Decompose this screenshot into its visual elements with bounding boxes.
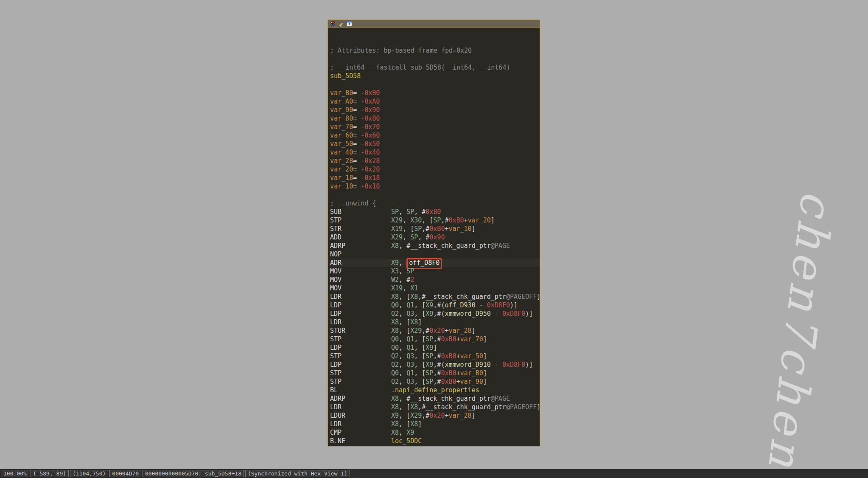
mnemonic: LDP [330, 360, 391, 369]
code-line[interactable]: LDRX8, [X8] [330, 318, 540, 326]
code-line[interactable]: var_70= -0x70 [330, 123, 540, 131]
code-line[interactable]: SUBSP, SP, #0xB0 [330, 208, 540, 216]
operand-token: , [399, 429, 406, 436]
code-line[interactable]: LDRX8, [X8,#__stack_chk_guard_ptr@PAGEOF… [330, 292, 540, 301]
code-line[interactable]: ; __unwind { [330, 199, 540, 208]
operand-token: X8 [410, 420, 418, 428]
operand-token: = [353, 98, 361, 105]
operand-token: , # [399, 276, 410, 284]
operand-token: -0xA0 [361, 98, 380, 105]
mnemonic: LDR [330, 403, 391, 411]
operand-token: @PAGE [491, 242, 510, 250]
code-line[interactable]: MOVX19, X1 [330, 284, 540, 292]
operand-token: 0xB0 [441, 335, 456, 343]
code-line[interactable]: STPQ0, Q1, [SP,#0xB0+var_B0] [330, 369, 540, 377]
code-line[interactable]: BL.napi_define_properties [330, 386, 540, 394]
color-wheel-icon[interactable] [330, 21, 335, 26]
operand-token: X9 [406, 429, 414, 436]
code-line[interactable] [330, 55, 540, 63]
operand-token: Q3 [406, 378, 414, 385]
operand-token: sub_5D58 [330, 72, 361, 80]
code-line[interactable]: var_60= -0x60 [330, 131, 540, 140]
mnemonic: STP [330, 216, 391, 225]
code-line[interactable]: var_B0= -0xB0 [330, 89, 540, 97]
operand-token: X8 [391, 429, 399, 436]
operand-token: ,# [433, 352, 441, 360]
operand-token: , [399, 369, 406, 377]
mnemonic: SUB [330, 208, 391, 216]
code-line[interactable]: STPQ2, Q3, [SP,#0xB0+var_50] [330, 352, 540, 360]
operand-token: ] [491, 217, 495, 224]
operand-token: -0x60 [361, 132, 380, 139]
operand-token: var_B0 [330, 89, 353, 97]
status-bar: 100.00%(-589,-89)(1104,750)00004D7000000… [0, 469, 868, 478]
operand-token: 0x20 [429, 327, 445, 335]
code-line[interactable]: LDRX8, [X8] [330, 420, 540, 428]
code-line[interactable]: LDRX8, [X8,#__stack_chk_guard_ptr@PAGEOF… [330, 403, 540, 411]
code-line[interactable]: LDURX9, [X29,#0x20+var_28] [330, 411, 540, 420]
mnemonic: ADD [330, 233, 391, 242]
code-line[interactable]: LDPQ0, Q1, [X9,#(off_D930 - 0xD8F0)] [330, 301, 540, 309]
code-line[interactable] [330, 80, 540, 89]
code-line[interactable]: STPQ2, Q3, [SP,#0xB0+var_90] [330, 377, 540, 386]
status-segment: 100.00% [1, 470, 29, 477]
pencil-edit-icon[interactable] [338, 21, 344, 26]
operand-token: )] [510, 301, 518, 309]
code-line[interactable]: STRX19, [SP,#0xB0+var_10] [330, 225, 540, 233]
disassembly-view-icon[interactable] [347, 21, 352, 26]
code-line[interactable]: ADRPX8, #__stack_chk_guard_ptr@PAGE [330, 242, 540, 250]
operand-token: xmmword_D950 [445, 310, 490, 318]
operand-token: X9 [426, 361, 433, 368]
code-line[interactable]: var_28= -0x28 [330, 157, 540, 165]
operand-token: var_80 [330, 115, 353, 122]
operand-token: ] [472, 412, 476, 419]
operand-token: var_70 [330, 123, 353, 131]
operand-token: ,#__stack_chk_guard_ptr [418, 293, 506, 301]
code-line[interactable]: STURX8, [X29,#0x20+var_28] [330, 326, 540, 335]
code-line[interactable]: sub_5D58 [330, 72, 540, 80]
operand-token: var_28 [448, 412, 471, 419]
operand-token: , # [418, 233, 429, 241]
code-line[interactable]: ADDX29, SP, #0x90 [330, 233, 540, 242]
code-line[interactable]: ADRX9, off_D8F0 [330, 259, 540, 267]
operand-token: var_B0 [460, 369, 483, 377]
operand-token: ] [472, 327, 476, 335]
code-line[interactable]: var_10= -0x10 [330, 182, 540, 191]
code-line[interactable]: var_A0= -0xA0 [330, 97, 540, 106]
code-line[interactable]: LDPQ0, Q1, [X9] [330, 343, 540, 352]
code-line[interactable]: LDPQ2, Q3, [X9,#(xmmword_D910 - 0xD8F0)] [330, 360, 540, 369]
code-line[interactable] [330, 191, 540, 199]
window-titlebar[interactable] [328, 20, 540, 28]
code-line[interactable]: MOVW2, #2 [330, 276, 540, 284]
operand-token: X8 [410, 403, 418, 411]
code-line[interactable]: var_40= -0x40 [330, 148, 540, 157]
code-line[interactable]: B.NEloc_5DDC [330, 437, 540, 445]
operand-token: = [353, 89, 361, 97]
mnemonic: CMP [330, 428, 391, 437]
code-line[interactable]: var_90= -0x90 [330, 106, 540, 114]
code-line[interactable]: NOP [330, 250, 540, 259]
operand-token: .napi_define_properties [391, 386, 479, 394]
code-line[interactable]: CMPX8, X9 [330, 428, 540, 437]
code-line[interactable]: STPX29, X30, [SP,#0xB0+var_20] [330, 216, 540, 225]
mnemonic: STP [330, 352, 391, 360]
code-line[interactable]: STPQ0, Q1, [SP,#0xB0+var_70] [330, 335, 540, 343]
code-line[interactable]: LDPQ2, Q3, [X9,#(xmmword_D950 - 0xD8F0)] [330, 309, 540, 318]
operand-token: -0xB0 [361, 89, 380, 97]
code-line[interactable]: var_80= -0x80 [330, 114, 540, 123]
operand-token: 0x90 [429, 233, 445, 241]
code-line[interactable]: var_50= -0x50 [330, 140, 540, 148]
code-line[interactable]: ADRPX8, #__stack_chk_guard_ptr@PAGE [330, 394, 540, 403]
operand-token: , [403, 284, 410, 292]
code-line[interactable]: ; __int64 __fastcall sub_5D58(__int64, _… [330, 63, 540, 72]
code-line[interactable]: ; Attributes: bp-based frame fpd=0x20 [330, 46, 540, 55]
operand-token: ,# [433, 378, 441, 385]
operand-token: X9 [426, 301, 433, 309]
operand-token: , [ [399, 327, 410, 335]
disassembly-view[interactable]: ; Attributes: bp-based frame fpd=0x20 ; … [328, 28, 540, 446]
mnemonic: MOV [330, 276, 391, 284]
operand-token: = [353, 174, 361, 182]
code-line[interactable]: var_20= -0x20 [330, 165, 540, 174]
operand-token: Q0 [391, 344, 399, 351]
code-line[interactable]: var_18= -0x18 [330, 174, 540, 182]
